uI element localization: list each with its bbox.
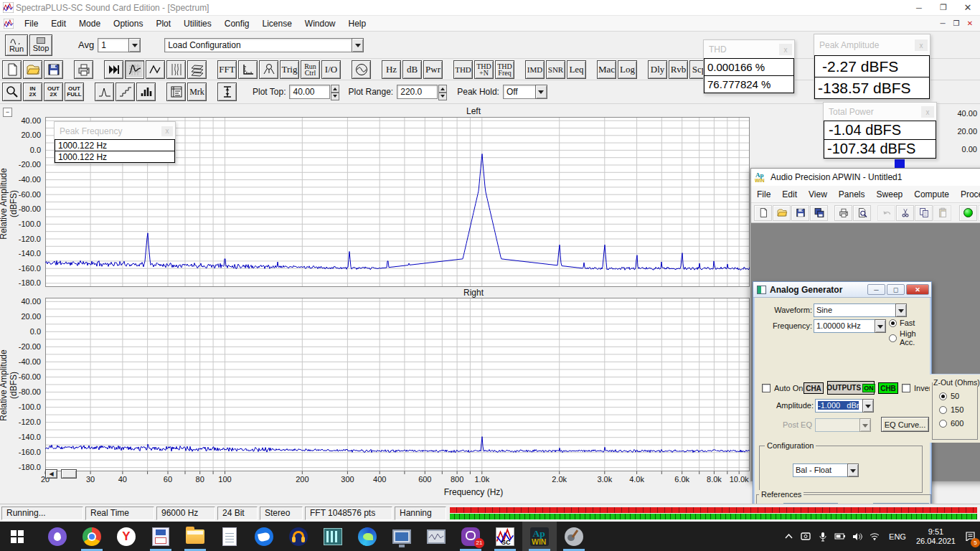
restore-icon[interactable]: ◻: [887, 284, 905, 295]
apwin-print-button[interactable]: [834, 205, 852, 221]
thd-n-button[interactable]: THD +N: [474, 60, 494, 79]
io-button[interactable]: I/O: [321, 60, 341, 79]
radio-icon[interactable]: [939, 420, 947, 428]
right-spectrum-chart[interactable]: [45, 298, 750, 471]
amplitude-input[interactable]: -1.000 dBr: [815, 399, 874, 413]
apwin-menu-edit[interactable]: Edit: [776, 187, 803, 202]
high-acc-radio[interactable]: High Acc.: [889, 329, 930, 347]
menu-mode[interactable]: Mode: [72, 17, 107, 31]
spectrum-view-button[interactable]: [125, 60, 144, 79]
scale-button[interactable]: [238, 60, 258, 79]
menu-config[interactable]: Config: [218, 17, 256, 31]
apwin-menu-sweep[interactable]: Sweep: [871, 187, 909, 202]
tray-wifi-icon[interactable]: [866, 522, 883, 551]
delay-button[interactable]: Dly: [648, 60, 667, 79]
generator-button[interactable]: [352, 60, 371, 79]
menu-utilities[interactable]: Utilities: [177, 17, 218, 31]
thd-freq-button[interactable]: THD Freq: [495, 60, 514, 79]
apwin-copy-button[interactable]: [915, 205, 933, 221]
taskbar-file-explorer[interactable]: [178, 522, 212, 551]
step-curve-button[interactable]: [116, 83, 135, 101]
minimize-icon[interactable]: ─: [867, 284, 885, 295]
scrollbar-thumb[interactable]: [61, 469, 77, 479]
taskbar-remote-pc[interactable]: [385, 522, 419, 551]
run-control-button[interactable]: Run Ctrl: [301, 60, 320, 79]
taskbar-notepad[interactable]: [212, 522, 247, 551]
menu-help[interactable]: Help: [342, 17, 373, 31]
close-icon[interactable]: ✕: [906, 284, 929, 295]
peak-hold-select[interactable]: Off: [503, 85, 547, 99]
open-button[interactable]: [23, 60, 42, 79]
apwin-menu-view[interactable]: View: [803, 187, 833, 202]
avg-arrow-icon[interactable]: [128, 38, 141, 52]
zout-50-radio[interactable]: 50: [939, 392, 959, 400]
menu-options[interactable]: Options: [107, 17, 149, 31]
zout-600-radio[interactable]: 600: [939, 419, 963, 428]
apwin-open-button[interactable]: [773, 205, 791, 221]
bar-display-button[interactable]: [136, 83, 156, 101]
taskbar-thunderbird[interactable]: [247, 522, 281, 551]
trigger-button[interactable]: Trig: [280, 60, 299, 79]
apwin-print-preview-button[interactable]: [853, 205, 871, 221]
channel-a-button[interactable]: CHA: [804, 382, 824, 394]
zoom-button[interactable]: [2, 83, 22, 101]
auto-on-checkbox[interactable]: Auto On: [762, 384, 803, 392]
zout-150-radio[interactable]: 150: [939, 405, 963, 414]
marker-button[interactable]: Mrk: [187, 83, 207, 101]
taskbar-audio-app[interactable]: [281, 522, 316, 551]
spin-up-icon[interactable]: [438, 85, 447, 93]
reverb-button[interactable]: Rvb: [669, 60, 688, 79]
radio-icon[interactable]: [889, 319, 897, 327]
taskbar-floppy-tool[interactable]: [143, 522, 178, 551]
plot-range-input[interactable]: 220.0: [397, 85, 438, 99]
apwin-new-button[interactable]: [754, 205, 772, 221]
log-button[interactable]: Log: [618, 60, 637, 79]
tray-microphone-icon[interactable]: [814, 522, 831, 551]
tray-language[interactable]: ENG: [883, 532, 912, 541]
taskbar-spectraplus[interactable]: SC: [488, 522, 522, 551]
configuration-select[interactable]: Bal - Float: [793, 463, 859, 477]
close-icon[interactable]: x: [921, 106, 934, 118]
checkbox-icon[interactable]: [762, 384, 771, 392]
radio-icon[interactable]: [939, 406, 947, 414]
start-button[interactable]: [0, 522, 34, 551]
tray-speaker-icon[interactable]: [849, 522, 866, 551]
plot-top-input[interactable]: 40.00: [289, 85, 330, 99]
child-restore-icon[interactable]: ❐: [951, 19, 962, 29]
options-list-button[interactable]: [166, 83, 186, 101]
plot-range-spinner[interactable]: [438, 85, 447, 99]
taskbar-gimp[interactable]: [557, 522, 591, 551]
leq-button[interactable]: Leq: [567, 60, 586, 79]
imd-button[interactable]: IMD: [525, 60, 545, 79]
outputs-on-button[interactable]: OUTPUTS ON: [827, 381, 875, 395]
waveform-select[interactable]: Sine: [814, 303, 907, 317]
taskbar-edge[interactable]: [350, 522, 385, 551]
menu-file[interactable]: File: [18, 17, 44, 31]
taskbar-signal-monitor[interactable]: [419, 522, 453, 551]
spin-down-icon[interactable]: [438, 93, 447, 100]
stop-button[interactable]: Stop: [29, 34, 52, 56]
close-icon[interactable]: x: [161, 126, 173, 136]
config-arrow-icon[interactable]: [352, 38, 364, 52]
notification-center-icon[interactable]: 5: [960, 522, 980, 551]
menu-license[interactable]: License: [255, 17, 298, 31]
surface-view-button[interactable]: [187, 60, 207, 79]
apwin-menu-procedure[interactable]: Procedure: [955, 187, 980, 202]
close-icon[interactable]: ✕: [956, 0, 980, 15]
spin-down-icon[interactable]: [331, 93, 339, 100]
menu-window[interactable]: Window: [298, 17, 342, 31]
tray-battery-icon[interactable]: [831, 522, 849, 551]
peak-curve-button[interactable]: [95, 83, 114, 101]
fft-button[interactable]: FFT: [217, 60, 237, 79]
print-button[interactable]: [74, 60, 93, 79]
taskbar-viber[interactable]: 21: [453, 522, 488, 551]
zoom-in-2x-button[interactable]: IN 2X: [23, 83, 42, 101]
close-icon[interactable]: x: [915, 39, 928, 51]
waveform-view-button[interactable]: [146, 60, 165, 79]
apwin-menu-panels[interactable]: Panels: [833, 187, 871, 202]
apwin-menu-file[interactable]: File: [751, 187, 776, 202]
thd-button[interactable]: THD: [453, 60, 473, 79]
eq-curve-button[interactable]: EQ Curve...: [881, 417, 929, 432]
db-button[interactable]: dB: [402, 60, 422, 79]
plot-top-spinner[interactable]: [331, 85, 339, 99]
